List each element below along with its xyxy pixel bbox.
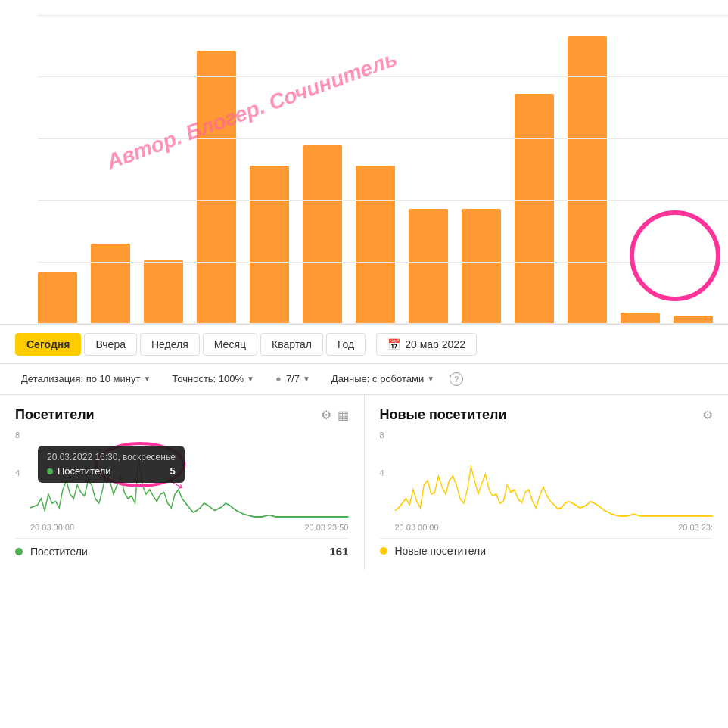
visitors-x-labels: 20.03 00:00 20.03 23:50 [15, 523, 349, 532]
panels-row: Посетители ⚙ ▦ 8 4 [0, 394, 728, 570]
chart-bar[interactable] [356, 166, 395, 324]
chart-bar[interactable] [515, 94, 554, 324]
nav-btn-квартал[interactable]: Квартал [260, 333, 323, 356]
precision-dropdown[interactable]: Точность: 100% ▼ [166, 370, 260, 387]
chart-bar[interactable] [303, 145, 342, 324]
chart-bar[interactable] [674, 316, 713, 324]
filter-bar: Детализация: по 10 минут ▼ Точность: 100… [0, 364, 728, 394]
calendar-icon: 📅 [387, 338, 400, 350]
new-visitors-panel-header: Новые посетители ⚙ [380, 407, 714, 423]
chevron-icon: ▼ [247, 375, 254, 383]
chevron-icon: ▼ [143, 375, 151, 383]
date-picker-button[interactable]: 📅 20 мар 2022 [376, 333, 477, 356]
nav-btn-месяц[interactable]: Месяц [203, 333, 257, 356]
nav-btn-год[interactable]: Год [326, 333, 366, 356]
new-visitors-legend-dot [380, 547, 387, 555]
panel-icons-2: ⚙ [702, 408, 713, 422]
visitors-mini-chart [15, 431, 349, 521]
new-visitors-chart-area: 8 4 [380, 431, 714, 521]
segments-dropdown[interactable]: ● 7/7 ▼ [269, 370, 316, 387]
chart-bar[interactable] [38, 272, 77, 324]
chart-bar[interactable] [568, 36, 607, 324]
chart-bar[interactable] [621, 313, 660, 324]
bars-container [38, 36, 713, 324]
new-visitors-panel-title: Новые посетители [380, 407, 507, 423]
visitors-panel: Посетители ⚙ ▦ 8 4 [0, 395, 365, 570]
nav-btn-вчера[interactable]: Вчера [84, 333, 137, 356]
nav-btn-неделя[interactable]: Неделя [140, 333, 200, 356]
visitors-svg [30, 431, 349, 521]
gear-icon[interactable]: ⚙ [321, 408, 331, 422]
selected-date: 20 мар 2022 [405, 338, 465, 350]
new-visitors-svg [395, 431, 714, 521]
visitors-panel-title: Посетители [15, 407, 95, 423]
date-nav-bar: СегодняВчераНеделяМесяцКварталГод 📅 20 м… [0, 325, 728, 364]
panel-icons: ⚙ ▦ [321, 408, 349, 422]
new-visitors-panel-footer: Новые посетители [380, 538, 714, 557]
detail-label: Детализация: по 10 минут [21, 373, 140, 384]
grid-icon[interactable]: ▦ [338, 408, 349, 422]
chevron-icon: ▼ [427, 375, 434, 383]
chart-bar[interactable] [409, 209, 448, 324]
detail-dropdown[interactable]: Детализация: по 10 минут ▼ [15, 370, 157, 387]
visitors-chart-area: 8 4 20.03.2022 16:30, воскресенье [15, 431, 349, 521]
visitors-footer-label: Посетители [15, 546, 88, 558]
new-visitors-panel: Новые посетители ⚙ 8 4 20.03 00:00 20.03… [365, 395, 729, 570]
nav-btn-сегодня[interactable]: Сегодня [15, 333, 81, 356]
bar-chart: Автор. Блогер. Сочинитель [0, 0, 728, 325]
visitors-panel-header: Посетители ⚙ ▦ [15, 407, 349, 423]
new-visitors-footer-label: Новые посетители [380, 545, 486, 557]
chart-bar[interactable] [462, 209, 501, 324]
chart-bar[interactable] [197, 51, 236, 324]
chart-bar[interactable] [250, 166, 289, 324]
chart-bar[interactable] [91, 244, 130, 324]
visitors-legend-dot [15, 548, 23, 555]
help-button[interactable]: ? [450, 372, 463, 386]
tooltip-dot [135, 453, 143, 462]
new-visitors-mini-chart [380, 431, 714, 521]
chart-bar[interactable] [144, 260, 183, 324]
gear-icon-2[interactable]: ⚙ [702, 408, 713, 422]
segments-label: 7/7 [286, 373, 300, 384]
visitors-panel-footer: Посетители 161 [15, 538, 349, 558]
chevron-icon: ▼ [303, 375, 310, 383]
precision-label: Точность: 100% [172, 373, 244, 384]
new-visitors-x-labels: 20.03 00:00 20.03 23: [380, 523, 714, 532]
data-label: Данные: с роботами [331, 373, 424, 384]
data-type-dropdown[interactable]: Данные: с роботами ▼ [325, 370, 440, 387]
date-nav-buttons: СегодняВчераНеделяМесяцКварталГод [15, 333, 366, 356]
